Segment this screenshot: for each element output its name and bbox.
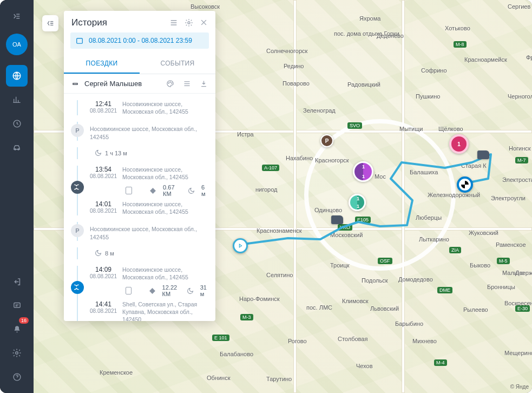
palette-icon: [166, 80, 174, 88]
svg-rect-9: [73, 83, 77, 84]
driver-name: Сергей Малышев: [84, 80, 142, 88]
close-icon: [200, 18, 208, 27]
svg-point-5: [16, 352, 18, 355]
nav-vehicles[interactable]: [6, 136, 28, 158]
list-icon: [183, 80, 191, 88]
list-view-button[interactable]: [183, 80, 191, 88]
svg-rect-8: [77, 38, 83, 43]
timeline: 12:4108.08.2021 Носовихинское шоссе, Мос…: [64, 94, 215, 321]
alert-marker[interactable]: 1: [449, 134, 469, 154]
date-range-picker[interactable]: 08.08.2021 0:00 - 08.08.2021 23:59: [70, 32, 209, 49]
gear-icon: [12, 348, 22, 358]
nav-notifications[interactable]: 16: [6, 318, 28, 340]
svg-point-10: [168, 83, 169, 83]
timeline-trip[interactable]: 13:5408.08.2021Носовихинское шоссе, Моск…: [70, 162, 209, 219]
cluster-marker[interactable]: 11: [353, 161, 373, 182]
calendar-icon: [76, 37, 83, 44]
notification-badge: 16: [19, 317, 29, 324]
collapse-icon: [71, 80, 79, 88]
user-avatar[interactable]: OA: [6, 34, 28, 55]
driver-row[interactable]: Сергей Малышев: [64, 74, 215, 94]
panel-tabs: ПОЕЗДКИ СОБЫТИЯ: [64, 54, 215, 74]
svg-point-11: [170, 82, 170, 82]
download-icon: [200, 80, 208, 88]
panel-close-button[interactable]: [200, 18, 208, 27]
view-list-button[interactable]: [169, 18, 178, 27]
help-icon: [12, 372, 22, 382]
list-collapse-icon: [46, 19, 55, 28]
svg-rect-4: [14, 303, 19, 307]
road: [293, 0, 297, 393]
nav-reports[interactable]: [6, 89, 28, 110]
vehicle-marker[interactable]: [331, 215, 343, 224]
map-attribution: © Янде: [510, 384, 529, 390]
cluster-marker[interactable]: 11: [349, 194, 366, 211]
avatar-label: OA: [12, 41, 21, 48]
timeline-parking[interactable]: P Носовихинское шоссе, Московская обл., …: [70, 219, 209, 244]
sidebar: OA 16: [0, 0, 34, 393]
timeline-trip[interactable]: 14:0908.08.2021Носовихинское шоссе, Моск…: [70, 263, 209, 321]
timeline-duration: 1 ч 13 м: [70, 144, 209, 162]
gear-icon: [185, 18, 193, 27]
panel-collapse-toggle[interactable]: [42, 15, 58, 31]
nav-settings[interactable]: [6, 342, 28, 364]
download-button[interactable]: [200, 80, 208, 88]
panel-title: История: [71, 17, 107, 28]
menu-toggle[interactable]: [6, 5, 28, 27]
bell-icon: [12, 325, 22, 334]
message-icon: [12, 301, 22, 310]
list-icon: [169, 18, 178, 27]
vehicle-marker[interactable]: [477, 150, 489, 159]
tab-trips[interactable]: ПОЕЗДКИ: [64, 54, 140, 74]
collapse-icon: [12, 11, 22, 21]
globe-icon: [12, 71, 22, 81]
nav-history[interactable]: [6, 113, 28, 134]
tab-events[interactable]: СОБЫТИЯ: [140, 54, 215, 74]
exit-icon: [12, 277, 22, 286]
history-panel: История 08.08.2021 0:00 - 08.08.2021 23:…: [64, 11, 215, 321]
nav-logout[interactable]: [6, 271, 28, 292]
color-button[interactable]: [166, 80, 174, 88]
svg-point-12: [172, 83, 172, 83]
nav-messages[interactable]: [6, 294, 28, 316]
svg-point-7: [188, 22, 190, 24]
trip-checkbox[interactable]: [126, 187, 132, 194]
app-root: OA 16: [0, 0, 532, 393]
chart-icon: [12, 95, 21, 104]
clock-icon: [12, 119, 22, 128]
date-range-label: 08.08.2021 0:00 - 08.08.2021 23:59: [89, 37, 192, 44]
timeline-point[interactable]: 12:4108.08.2021 Носовихинское шоссе, Мос…: [70, 97, 209, 119]
play-icon: [238, 243, 243, 248]
trip-checkbox[interactable]: [126, 287, 132, 294]
nav-help[interactable]: [6, 366, 28, 388]
panel-header: История: [64, 11, 215, 32]
timeline-parking[interactable]: P Носовихинское шоссе, Московская обл., …: [70, 119, 209, 143]
nav-map[interactable]: [6, 65, 28, 87]
car-icon: [12, 142, 22, 152]
parking-marker[interactable]: P: [320, 134, 333, 147]
route-start-marker[interactable]: [233, 238, 248, 253]
panel-settings-button[interactable]: [185, 18, 193, 27]
timeline-duration: 8 м: [70, 244, 209, 263]
route-end-marker[interactable]: [457, 176, 473, 193]
